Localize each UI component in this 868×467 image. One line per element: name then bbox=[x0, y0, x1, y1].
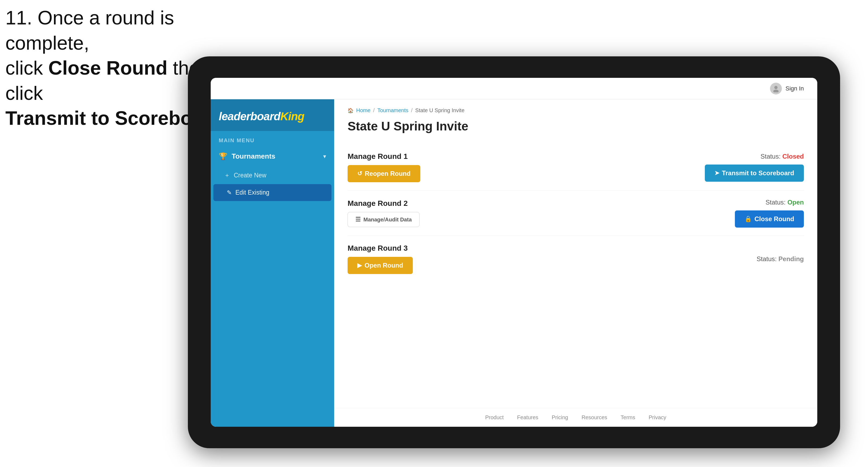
round-3-right: Status: Pending bbox=[756, 255, 804, 263]
footer-product[interactable]: Product bbox=[485, 414, 504, 421]
svg-point-2 bbox=[774, 86, 778, 89]
transmit-label: Transmit to Scoreboard bbox=[722, 169, 794, 177]
breadcrumb-current-page: State U Spring Invite bbox=[415, 107, 464, 114]
round-2-title: Manage Round 2 bbox=[348, 199, 420, 208]
lock-icon: 🔒 bbox=[745, 216, 752, 222]
page-title: State U Spring Invite bbox=[348, 119, 804, 133]
transmit-icon: ➤ bbox=[714, 169, 719, 177]
sidebar-nav: 🏆 Tournaments ▾ ＋ Create New ✎ Edit Exis… bbox=[211, 146, 334, 201]
round-1-status: Status: Closed bbox=[761, 153, 804, 160]
round-2-status: Status: Open bbox=[766, 198, 804, 206]
content-area: 🏠 Home / Tournaments / State U Spring In… bbox=[334, 99, 817, 408]
edit-icon: ✎ bbox=[227, 189, 231, 196]
chevron-down-icon: ▾ bbox=[323, 153, 326, 160]
close-round-button[interactable]: 🔒 Close Round bbox=[735, 210, 804, 227]
create-new-label: Create New bbox=[234, 172, 266, 179]
status-label-2: Status: bbox=[766, 198, 785, 206]
sign-in-area[interactable]: Sign In bbox=[770, 83, 804, 94]
sidebar-item-create-new[interactable]: ＋ Create New bbox=[211, 166, 334, 184]
breadcrumb-home-link[interactable]: Home bbox=[356, 107, 370, 114]
transmit-to-scoreboard-button[interactable]: ➤ Transmit to Scoreboard bbox=[705, 164, 804, 182]
round-3-left: Manage Round 3 ▶ Open Round bbox=[348, 244, 413, 274]
status-value-pending-3: Pending bbox=[778, 255, 804, 262]
open-round-label: Open Round bbox=[365, 262, 403, 269]
round-1-title: Manage Round 1 bbox=[348, 152, 420, 161]
logo-leaderboard: leaderboard bbox=[219, 110, 280, 123]
tournaments-left: 🏆 Tournaments bbox=[219, 152, 275, 160]
round-3-section: Manage Round 3 ▶ Open Round Status: Pend… bbox=[348, 236, 804, 282]
status-label-1: Status: bbox=[761, 153, 781, 160]
instruction-line1: 11. Once a round is complete, bbox=[5, 7, 174, 54]
status-value-open-2: Open bbox=[787, 198, 804, 206]
main-menu-label: MAIN MENU bbox=[211, 131, 334, 146]
logo-text: leaderboardKing bbox=[219, 110, 326, 123]
breadcrumb: 🏠 Home / Tournaments / State U Spring In… bbox=[348, 107, 804, 114]
breadcrumb-sep-2: / bbox=[411, 107, 413, 114]
plus-icon: ＋ bbox=[224, 171, 230, 179]
round-3-title: Manage Round 3 bbox=[348, 244, 413, 253]
logo-king: King bbox=[280, 110, 304, 123]
app-footer: Product Features Pricing Resources Terms… bbox=[334, 408, 817, 427]
app-header: Sign In bbox=[211, 78, 817, 99]
sidebar-item-edit-existing[interactable]: ✎ Edit Existing bbox=[213, 184, 332, 201]
home-icon: 🏠 bbox=[348, 107, 353, 114]
footer-features[interactable]: Features bbox=[517, 414, 538, 421]
round-1-section: Manage Round 1 ↺ Reopen Round Status: Cl… bbox=[348, 144, 804, 191]
round-3-status: Status: Pending bbox=[756, 255, 804, 263]
reopen-round-button[interactable]: ↺ Reopen Round bbox=[348, 165, 420, 182]
manage-audit-button[interactable]: ☰ Manage/Audit Data bbox=[348, 212, 420, 227]
round-1-right: Status: Closed ➤ Transmit to Scoreboard bbox=[705, 153, 804, 182]
tournaments-label: Tournaments bbox=[231, 152, 275, 160]
sidebar-item-tournaments[interactable]: 🏆 Tournaments ▾ bbox=[211, 146, 334, 166]
open-round-button[interactable]: ▶ Open Round bbox=[348, 257, 413, 274]
round-2-right: Status: Open 🔒 Close Round bbox=[735, 198, 804, 227]
tablet-screen: Sign In leaderboardKing MAIN MENU 🏆 Tour… bbox=[211, 78, 817, 427]
user-avatar-icon bbox=[770, 83, 782, 94]
footer-privacy[interactable]: Privacy bbox=[649, 414, 666, 421]
footer-terms[interactable]: Terms bbox=[621, 414, 635, 421]
round-2-left: Manage Round 2 ☰ Manage/Audit Data bbox=[348, 199, 420, 227]
logo-area: leaderboardKing bbox=[211, 99, 334, 131]
breadcrumb-tournaments-link[interactable]: Tournaments bbox=[377, 107, 408, 114]
footer-resources[interactable]: Resources bbox=[582, 414, 608, 421]
reopen-icon: ↺ bbox=[357, 170, 362, 177]
instruction-bold1: Close Round bbox=[48, 57, 167, 79]
sign-in-text[interactable]: Sign In bbox=[785, 85, 804, 92]
round-2-section: Manage Round 2 ☰ Manage/Audit Data Statu… bbox=[348, 191, 804, 236]
reopen-round-label: Reopen Round bbox=[365, 170, 411, 178]
manage-audit-label: Manage/Audit Data bbox=[364, 217, 412, 223]
app-layout: leaderboardKing MAIN MENU 🏆 Tournaments … bbox=[211, 99, 817, 427]
footer-pricing[interactable]: Pricing bbox=[552, 414, 568, 421]
svg-point-3 bbox=[773, 90, 779, 92]
close-round-label: Close Round bbox=[754, 215, 794, 223]
round-1-left: Manage Round 1 ↺ Reopen Round bbox=[348, 152, 420, 182]
tablet-device: Sign In leaderboardKing MAIN MENU 🏆 Tour… bbox=[188, 56, 840, 448]
status-value-closed-1: Closed bbox=[782, 153, 804, 160]
trophy-icon: 🏆 bbox=[219, 152, 227, 160]
breadcrumb-sep-1: / bbox=[373, 107, 375, 114]
main-content: 🏠 Home / Tournaments / State U Spring In… bbox=[334, 99, 817, 427]
sidebar: leaderboardKing MAIN MENU 🏆 Tournaments … bbox=[211, 99, 334, 427]
open-icon: ▶ bbox=[357, 262, 362, 269]
instruction-line2: click bbox=[5, 57, 48, 79]
edit-existing-label: Edit Existing bbox=[236, 189, 270, 196]
audit-icon: ☰ bbox=[355, 216, 361, 223]
status-label-3: Status: bbox=[756, 255, 777, 262]
